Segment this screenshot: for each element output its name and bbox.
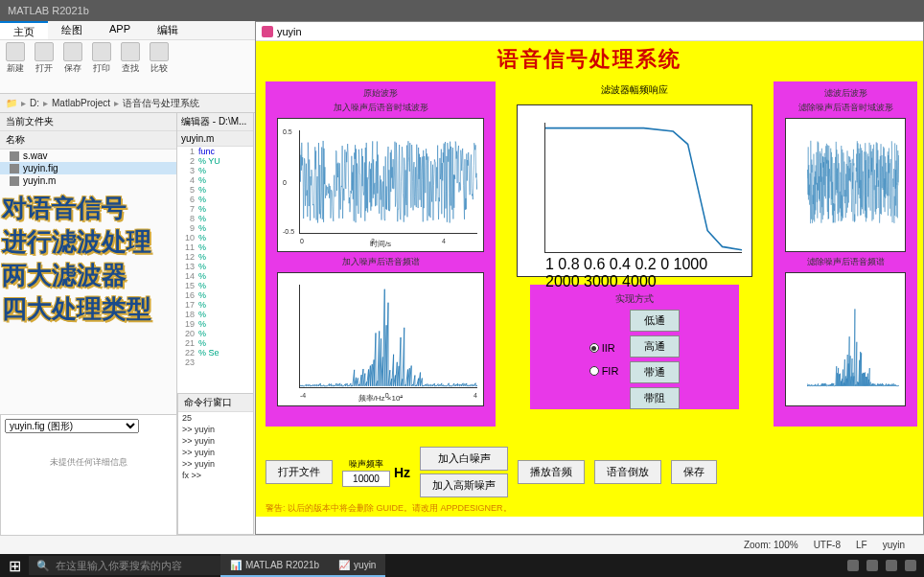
- bandstop-button[interactable]: 带阻: [630, 387, 680, 409]
- center-controls: 滤波器幅频响应 1 0.8 0.6 0.4 0.2 0 1000 2000 30…: [511, 81, 758, 417]
- file-item[interactable]: yuyin.m: [0, 174, 176, 187]
- plot1-title: 加入噪声后语音时域波形: [271, 102, 490, 114]
- find-icon: [121, 42, 140, 61]
- workspace-select[interactable]: yuyin.fig (图形): [5, 419, 139, 433]
- figure-window: yuyin 语音信号处理系统 原始波形 加入噪声后语音时域波形 0.50-0.5…: [255, 21, 924, 535]
- file-item[interactable]: s.wav: [0, 150, 176, 162]
- search-icon: 🔍: [36, 560, 50, 572]
- path-folder2[interactable]: 语音信号处理系统: [123, 97, 199, 110]
- tab-home[interactable]: 主页: [0, 21, 48, 39]
- radio-icon: [589, 366, 599, 376]
- editor-body[interactable]: 1func2% YU3%4%5%6%7%8%9%10%11%12%13%14%1…: [177, 147, 253, 367]
- tray-icon[interactable]: [866, 560, 878, 571]
- file-item[interactable]: yuyin.fig: [0, 162, 176, 174]
- command-window[interactable]: 命令行窗口 25>> yuyin>> yuyin>> yuyin>> yuyin…: [177, 393, 254, 535]
- workspace-panel: yuyin.fig (图形) 未提供任何详细信息: [0, 414, 177, 537]
- plot-filter-response: 1 0.8 0.6 0.4 0.2 0 1000 2000 3000 4000: [517, 104, 752, 277]
- matlab-fig-icon: [262, 26, 273, 37]
- reverse-audio-button[interactable]: 语音倒放: [594, 460, 661, 484]
- plot4-title: 滤除噪声后语音频谱: [779, 256, 912, 268]
- ribbon-open[interactable]: 打开: [35, 42, 54, 91]
- folder-icon: 📁: [6, 98, 17, 108]
- status-bar: Zoom: 100% UTF-8 LF yuyin: [0, 535, 924, 554]
- tab-editor[interactable]: 编辑: [144, 21, 192, 39]
- matlab-icon: 📊: [230, 560, 242, 570]
- figure-main-title: 语音信号处理系统: [497, 45, 681, 74]
- taskbar-matlab[interactable]: 📊MATLAB R2021b: [220, 554, 329, 577]
- open-icon: [35, 42, 54, 61]
- figure-icon: 📈: [338, 560, 350, 570]
- tray-icon[interactable]: [886, 560, 897, 571]
- save-button[interactable]: 保存: [671, 460, 717, 484]
- windows-search[interactable]: 🔍 在这里输入你要搜索的内容: [29, 556, 220, 575]
- app-title: MATLAB R2021b: [8, 5, 89, 16]
- compare-icon: [150, 42, 169, 61]
- app-titlebar: MATLAB R2021b: [0, 0, 924, 21]
- method-title: 实现方式: [538, 292, 731, 306]
- ribbon-print[interactable]: 打印: [92, 42, 111, 91]
- editor-tab[interactable]: yuyin.m: [177, 131, 253, 147]
- status-encoding[interactable]: UTF-8: [814, 540, 841, 550]
- lowpass-button[interactable]: 低通: [630, 310, 680, 332]
- column-header-name[interactable]: 名称: [0, 131, 176, 150]
- plot2-title: 加入噪声后语音频谱: [271, 256, 490, 268]
- filtered-waveform-panel: 滤波后波形 滤除噪声后语音时域波形 滤除噪声后语音频谱: [774, 81, 917, 427]
- save-icon: [63, 42, 82, 61]
- mfile-icon: [10, 176, 19, 186]
- open-file-button[interactable]: 打开文件: [266, 460, 333, 484]
- plot3-title: 滤除噪声后语音时域波形: [779, 102, 912, 114]
- start-button[interactable]: ⊞: [0, 554, 29, 577]
- path-folder1[interactable]: MatlabProject: [52, 98, 110, 108]
- cmd-title: 命令行窗口: [178, 394, 253, 412]
- figure-title: yuyin: [277, 26, 302, 37]
- path-drive[interactable]: D:: [30, 98, 39, 108]
- ribbon-find[interactable]: 查找: [121, 42, 140, 91]
- radio-fir[interactable]: FIR: [589, 365, 619, 377]
- plot-time-domain-noisy: 0.50-0.5 024 时间/s: [277, 118, 484, 252]
- status-function[interactable]: yuyin: [883, 540, 905, 550]
- add-white-noise-button[interactable]: 加入白噪声: [420, 447, 508, 471]
- tab-plot[interactable]: 绘图: [48, 21, 96, 39]
- noise-frequency-input[interactable]: [342, 471, 390, 487]
- filter-method-panel: 实现方式 IIR FIR 低通 高通 带通 带阻: [530, 285, 739, 409]
- audio-icon: [10, 151, 19, 161]
- fig-icon: [10, 164, 19, 173]
- add-gaussian-noise-button[interactable]: 加入高斯噪声: [420, 473, 508, 497]
- highpass-button[interactable]: 高通: [630, 335, 680, 358]
- bottom-button-row: 打开文件 噪声频率 Hz 加入白噪声 加入高斯噪声 播放音频 语音倒放 保存: [266, 447, 913, 497]
- system-tray[interactable]: [847, 560, 924, 571]
- bandpass-button[interactable]: 带通: [630, 361, 680, 383]
- new-icon: [6, 42, 25, 61]
- status-eol[interactable]: LF: [856, 540, 867, 550]
- overlay-caption: 对语音信号 进行滤波处理 两大滤波器 四大处理类型: [2, 192, 151, 326]
- ribbon-compare[interactable]: 比较: [150, 42, 169, 91]
- figure-body: 语音信号处理系统 原始波形 加入噪声后语音时域波形 0.50-0.5 024 时…: [256, 41, 923, 517]
- tab-app[interactable]: APP: [96, 21, 144, 39]
- figure-titlebar[interactable]: yuyin: [256, 22, 923, 41]
- radio-icon: [589, 343, 599, 353]
- radio-iir[interactable]: IIR: [589, 342, 619, 354]
- plot-spectrum-noisy: -404 频率/Hz ×10⁴: [277, 272, 484, 406]
- status-zoom[interactable]: Zoom: 100%: [744, 540, 798, 550]
- guide-deprecation-warning: 警告: 以后的版本中将会删除 GUIDE。请改用 APPDESIGNER。: [266, 502, 512, 515]
- original-waveform-panel: 原始波形 加入噪声后语音时域波形 0.50-0.5 024 时间/s 加入噪声后…: [266, 81, 496, 427]
- ribbon-save[interactable]: 保存: [63, 42, 82, 91]
- tray-icon[interactable]: [905, 560, 916, 571]
- filter-response-title: 滤波器幅频响应: [511, 81, 758, 99]
- freq-unit: Hz: [394, 465, 410, 480]
- ribbon-new[interactable]: 新建: [6, 42, 25, 91]
- plot-time-domain-filtered: [785, 118, 906, 252]
- panel-title-right: 滤波后波形: [779, 87, 912, 100]
- play-audio-button[interactable]: 播放音频: [518, 460, 585, 484]
- taskbar-figure[interactable]: 📈yuyin: [329, 554, 385, 577]
- plot-spectrum-filtered: [785, 272, 906, 406]
- panel-title-left: 原始波形: [271, 87, 490, 100]
- tray-icon[interactable]: [847, 560, 859, 571]
- print-icon: [92, 42, 111, 61]
- windows-taskbar: ⊞ 🔍 在这里输入你要搜索的内容 📊MATLAB R2021b 📈yuyin: [0, 554, 924, 577]
- workspace-empty-msg: 未提供任何详细信息: [1, 456, 176, 469]
- freq-label: 噪声频率: [349, 458, 383, 471]
- panel-title: 当前文件夹: [0, 113, 176, 131]
- editor-title: 编辑器 - D:\M...: [177, 113, 253, 131]
